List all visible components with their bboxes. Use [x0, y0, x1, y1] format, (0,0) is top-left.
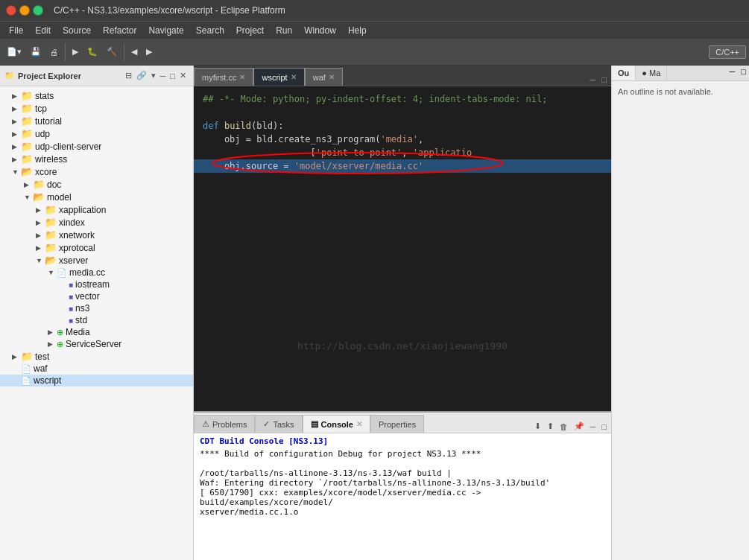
toolbar-separator-1: [65, 43, 66, 61]
code-line-3: def build(bld):: [203, 119, 602, 133]
tree-item-xindex[interactable]: ▶ 📁 xindex: [0, 216, 193, 229]
menu-source[interactable]: Source: [57, 24, 97, 37]
tree-item-ns3[interactable]: ■ ns3: [0, 302, 193, 314]
editor-tab-controls: ─ □: [589, 74, 611, 86]
tree-item-wireless[interactable]: ▶ 📁 wireless: [0, 153, 193, 165]
watermark: http://blog.csdn.net/xiaojiewang1990: [297, 340, 508, 351]
code-line-5: ['point-to-point', 'applicatio: [203, 146, 602, 159]
project-explorer: 📁 Project Explorer ⊟ 🔗 ▾ ─ □ ✕ ▶ 📁 stats: [0, 66, 194, 560]
outline-message: An outline is not available.: [618, 87, 713, 96]
new-button[interactable]: 📄▾: [3, 42, 25, 63]
tab-label-properties: Properties: [379, 420, 416, 429]
tree-item-wscript[interactable]: 📄 wscript: [0, 375, 193, 386]
tree-item-udp-client-server[interactable]: ▶ 📁 udp-client-server: [0, 140, 193, 153]
tab-close-waf[interactable]: ✕: [329, 73, 335, 81]
menu-search[interactable]: Search: [190, 24, 230, 37]
tab-close-wscript[interactable]: ✕: [291, 73, 297, 81]
project-explorer-header: 📁 Project Explorer ⊟ 🔗 ▾ ─ □ ✕: [0, 66, 193, 86]
menu-window[interactable]: Window: [298, 24, 342, 37]
minimize-button[interactable]: [19, 5, 30, 16]
console-minimize-button[interactable]: ─: [589, 421, 598, 433]
run-button[interactable]: ▶: [69, 42, 82, 63]
print-button[interactable]: 🖨: [46, 42, 62, 63]
tree-item-udp[interactable]: ▶ 📁 udp: [0, 127, 193, 140]
build-button[interactable]: 🔨: [103, 42, 121, 63]
tab-tasks[interactable]: ✓ Tasks: [255, 415, 302, 433]
menu-file[interactable]: File: [3, 24, 29, 37]
menu-edit[interactable]: Edit: [29, 24, 57, 37]
console-up-button[interactable]: ⬆: [546, 420, 555, 433]
console-pin-button[interactable]: 📌: [572, 420, 586, 433]
tab-outline[interactable]: Ou: [612, 66, 636, 80]
forward-button[interactable]: ▶: [142, 42, 156, 63]
tree-item-vector[interactable]: ■ vector: [0, 290, 193, 302]
tab-close-myfirst-cc[interactable]: ✕: [239, 73, 245, 81]
console-clear-button[interactable]: 🗑: [558, 421, 569, 433]
maximize-panel-button[interactable]: □: [168, 71, 177, 81]
perspective-button[interactable]: C/C++: [709, 45, 746, 59]
save-button[interactable]: 💾: [27, 42, 45, 63]
tree-item-waf[interactable]: 📄 waf: [0, 363, 193, 375]
menu-help[interactable]: Help: [342, 24, 373, 37]
tree-label-media: Media: [66, 327, 90, 337]
tab-waf[interactable]: waf ✕: [305, 68, 343, 86]
console-line-2: [200, 459, 605, 468]
console-line-1: **** Build of configuration Debug for pr…: [200, 449, 605, 459]
view-menu-button[interactable]: ▾: [149, 70, 158, 81]
right-panel: Ou ● Ma ─ □ An outline is not available.: [611, 66, 749, 560]
menu-project[interactable]: Project: [230, 24, 270, 37]
title-bar: C/C++ - NS3.13/examples/xcore/wscript - …: [0, 0, 749, 21]
tab-label-problems: Problems: [212, 420, 247, 429]
editor-content[interactable]: ## -*- Mode: python; py-indent-offset: 4…: [194, 86, 611, 411]
tab-icon-tasks: ✓: [263, 419, 270, 429]
tab-icon-problems: ⚠: [202, 419, 209, 429]
menu-run[interactable]: Run: [270, 24, 298, 37]
minimize-panel-button[interactable]: ─: [158, 71, 168, 81]
console-content[interactable]: CDT Build Console [NS3.13] **** Build of…: [194, 433, 611, 560]
tab-console[interactable]: ▤ Console ✕: [303, 415, 370, 433]
tree-item-xprotocal[interactable]: ▶ 📁 xprotocal: [0, 241, 193, 254]
code-line-4: obj = bld.create_ns3_program('media',: [203, 133, 602, 146]
tree-item-xcore[interactable]: ▼ 📂 xcore: [0, 165, 193, 178]
tree-label-model: model: [47, 192, 72, 203]
console-maximize-button[interactable]: □: [600, 421, 608, 433]
tab-wscript[interactable]: wscript ✕: [253, 68, 304, 86]
tree-label-iostream: iostream: [75, 279, 110, 290]
right-panel-maximize[interactable]: □: [738, 66, 749, 80]
menu-navigate[interactable]: Navigate: [142, 24, 189, 37]
minimize-editor-button[interactable]: ─: [589, 74, 598, 86]
menu-refactor[interactable]: Refactor: [97, 24, 142, 37]
tab-members[interactable]: ● Ma: [636, 66, 667, 80]
tree-item-stats[interactable]: ▶ 📁 stats: [0, 89, 193, 102]
link-editor-button[interactable]: 🔗: [134, 70, 149, 81]
maximize-button[interactable]: [33, 5, 43, 16]
window-controls[interactable]: [6, 5, 43, 16]
tree-item-serviceserver[interactable]: ▶ ⊕ ServiceServer: [0, 338, 193, 350]
tree-item-std[interactable]: ■ std: [0, 314, 193, 326]
tab-properties[interactable]: Properties: [370, 415, 424, 433]
close-button[interactable]: [6, 5, 16, 16]
tree-item-media-cc[interactable]: ▼ 📄 media.cc: [0, 267, 193, 279]
tree-item-tcp[interactable]: ▶ 📁 tcp: [0, 102, 193, 115]
collapse-all-button[interactable]: ⊟: [123, 70, 134, 81]
tab-close-console[interactable]: ✕: [356, 420, 362, 428]
tree-item-xnetwork[interactable]: ▶ 📁 xnetwork: [0, 229, 193, 241]
tree-item-tutorial[interactable]: ▶ 📁 tutorial: [0, 115, 193, 127]
tree-item-model[interactable]: ▼ 📂 model: [0, 191, 193, 203]
tree-item-media[interactable]: ▶ ⊕ Media: [0, 326, 193, 338]
right-panel-minimize[interactable]: ─: [727, 66, 739, 80]
console-down-button[interactable]: ⬇: [533, 420, 543, 433]
tab-myfirst-cc[interactable]: myfirst.cc ✕: [194, 68, 253, 86]
debug-button[interactable]: 🐛: [83, 42, 101, 63]
tree-item-test[interactable]: ▶ 📁 test: [0, 350, 193, 363]
back-button[interactable]: ◀: [127, 42, 141, 63]
tree-item-xapplication[interactable]: ▶ 📁 xapplication: [0, 203, 193, 216]
code-line-1: ## -*- Mode: python; py-indent-offset: 4…: [203, 92, 602, 106]
tree-label-xindex: xindex: [59, 217, 85, 228]
maximize-editor-button[interactable]: □: [600, 74, 608, 86]
tab-problems[interactable]: ⚠ Problems: [194, 415, 255, 433]
tree-item-xserver[interactable]: ▼ 📂 xserver: [0, 254, 193, 267]
tree-item-iostream[interactable]: ■ iostream: [0, 279, 193, 290]
close-panel-button[interactable]: ✕: [177, 70, 189, 81]
tree-item-doc[interactable]: ▶ 📁 doc: [0, 178, 193, 191]
